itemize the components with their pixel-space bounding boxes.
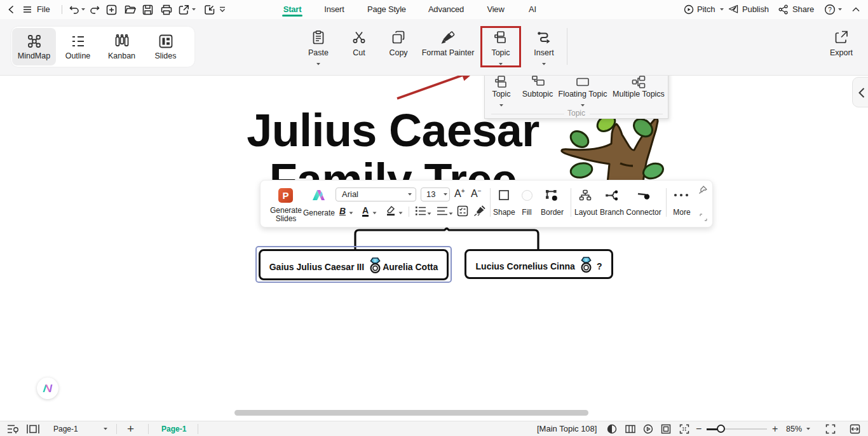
svg-text:?: ? [828, 6, 832, 13]
